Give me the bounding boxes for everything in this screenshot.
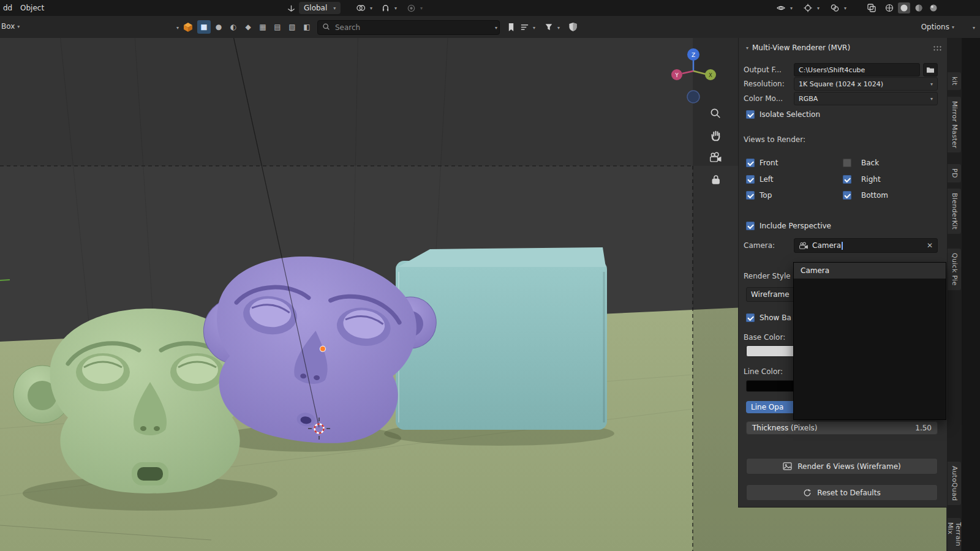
gizmo-y-label: Y bbox=[674, 72, 679, 78]
navigation-gizmo[interactable]: Z X Y bbox=[668, 47, 719, 104]
active-tool-dropdown[interactable]: Box▾ bbox=[1, 22, 20, 31]
visibility-chevron[interactable]: ▾ bbox=[790, 6, 793, 11]
pan-hand-icon[interactable] bbox=[708, 128, 723, 143]
toolbar-toggle-8[interactable]: ◧ bbox=[300, 20, 314, 34]
render-views-button[interactable]: Render 6 Views (Wireframe) bbox=[746, 458, 938, 474]
search-chevron[interactable]: ▾ bbox=[495, 25, 497, 31]
view-left-checkbox[interactable] bbox=[746, 175, 755, 184]
tab-pd[interactable]: PD bbox=[948, 164, 961, 182]
toolbar-toggle-3[interactable]: ◐ bbox=[227, 20, 240, 34]
color-mode-dropdown[interactable]: RGBA▾ bbox=[794, 92, 938, 105]
bookmark-icon[interactable] bbox=[506, 22, 516, 32]
resolution-dropdown[interactable]: 1K Square (1024 x 1024)▾ bbox=[794, 77, 938, 91]
filter-chevron[interactable]: ▾ bbox=[557, 25, 560, 31]
object-mode-cube-icon[interactable] bbox=[183, 21, 194, 32]
camera-dropdown-item[interactable]: Camera bbox=[794, 263, 946, 279]
overlays-icon[interactable] bbox=[829, 3, 840, 13]
shading-solid-icon[interactable] bbox=[898, 2, 910, 13]
visibility-eye-icon[interactable] bbox=[775, 3, 786, 13]
zoom-icon[interactable] bbox=[708, 106, 723, 121]
lock-icon[interactable] bbox=[708, 172, 723, 187]
xray-toggle-icon[interactable] bbox=[866, 3, 877, 13]
camera-picker-field[interactable]: Camera ✕ bbox=[794, 238, 938, 253]
render-image-icon bbox=[783, 462, 792, 470]
shading-material-icon[interactable] bbox=[913, 2, 925, 13]
tab-mirror-master[interactable]: Mirror Master bbox=[948, 97, 961, 152]
panel-grip-icon[interactable] bbox=[933, 45, 942, 51]
view-back-checkbox[interactable] bbox=[843, 159, 851, 167]
filter-funnel-icon[interactable] bbox=[544, 22, 554, 32]
panel-title: Multi-View Renderer (MVR) bbox=[752, 43, 850, 52]
views-heading: Views to Render: bbox=[744, 135, 805, 144]
folder-browse-icon[interactable] bbox=[923, 63, 938, 77]
line-color-label: Line Color: bbox=[744, 367, 783, 376]
show-backfaces-checkbox[interactable] bbox=[746, 313, 755, 322]
reset-defaults-button[interactable]: Reset to Defaults bbox=[746, 484, 938, 501]
snap-target-icon[interactable] bbox=[355, 3, 366, 13]
snap-target-chevron[interactable]: ▾ bbox=[370, 6, 372, 11]
options-dropdown[interactable]: Options▾ bbox=[921, 20, 954, 34]
search-input[interactable] bbox=[334, 23, 471, 32]
resolution-label: Resolution: bbox=[744, 80, 791, 88]
toolbar-toggle-7[interactable]: ▧ bbox=[285, 20, 299, 34]
tab-terrain-mix[interactable]: Terrain Mix bbox=[948, 518, 961, 551]
gizmo-minus-z-ball[interactable] bbox=[687, 91, 699, 103]
toolbar-toggle-1[interactable]: ■ bbox=[197, 20, 211, 34]
tool-header-bar: Box▾ ▾ ■ ● ◐ ◆ ▦ ▤ ▧ ◧ ▾ bbox=[0, 16, 980, 38]
overlays-chevron[interactable]: ▾ bbox=[844, 6, 846, 11]
orientation-icon bbox=[285, 3, 296, 13]
gizmo-z-label: Z bbox=[692, 52, 695, 58]
camera-dropdown-list: Camera bbox=[793, 262, 946, 420]
text-caret bbox=[842, 242, 843, 250]
thickness-slider[interactable]: Thickness (Pixels) 1.50 bbox=[746, 421, 938, 435]
snap-magnet-icon[interactable] bbox=[380, 3, 391, 13]
include-perspective-label: Include Perspective bbox=[760, 222, 831, 230]
gizmos-icon[interactable] bbox=[802, 3, 813, 13]
search-field[interactable] bbox=[317, 20, 500, 35]
toolbar-toggle-5[interactable]: ▦ bbox=[256, 20, 270, 34]
proportional-chevron[interactable]: ▾ bbox=[420, 6, 423, 11]
clear-x-icon[interactable]: ✕ bbox=[927, 241, 933, 250]
base-color-label: Base Color: bbox=[744, 333, 785, 342]
shading-rendered-icon[interactable] bbox=[927, 2, 940, 13]
isolate-label: Isolate Selection bbox=[760, 110, 820, 119]
sidebar-tab-strip: kit Mirror Master PD BlenderKit Quick Pi… bbox=[947, 38, 962, 551]
color-mode-label: Color Mo... bbox=[744, 94, 791, 103]
gizmo-x-label: X bbox=[709, 72, 712, 78]
view-top-label: Top bbox=[760, 191, 772, 200]
tab-quick-pie[interactable]: Quick Pie bbox=[948, 249, 961, 290]
gizmos-chevron[interactable]: ▾ bbox=[817, 6, 820, 11]
isolate-checkbox[interactable] bbox=[746, 110, 755, 119]
sort-chevron[interactable]: ▾ bbox=[533, 25, 535, 31]
orientation-dropdown[interactable]: Global▾ bbox=[299, 2, 341, 14]
camera-small-icon bbox=[799, 242, 809, 250]
view-right-checkbox[interactable] bbox=[843, 175, 851, 184]
toolbar-toggle-2[interactable]: ● bbox=[212, 20, 225, 34]
camera-view-icon[interactable] bbox=[708, 150, 723, 165]
object-origin-dot bbox=[320, 346, 326, 352]
toolbar-toggle-6[interactable]: ▤ bbox=[271, 20, 284, 34]
panel-header[interactable]: ▾ Multi-View Renderer (MVR) bbox=[739, 40, 947, 55]
reset-refresh-icon bbox=[803, 489, 812, 497]
snap-chevron[interactable]: ▾ bbox=[394, 6, 397, 11]
shading-wireframe-icon[interactable] bbox=[883, 2, 895, 13]
shield-filter-icon[interactable] bbox=[567, 21, 578, 32]
tab-autoquad[interactable]: AutoQuad bbox=[948, 462, 961, 505]
view-back-label: Back bbox=[861, 159, 879, 167]
view-bottom-checkbox[interactable] bbox=[843, 191, 851, 200]
y-axis-line bbox=[0, 280, 10, 280]
view-bottom-label: Bottom bbox=[861, 191, 888, 200]
menu-object[interactable]: Object bbox=[15, 0, 50, 16]
panel-collapse-icon[interactable]: ▾ bbox=[746, 45, 748, 51]
include-perspective-checkbox[interactable] bbox=[746, 222, 755, 230]
tab-blenderkit[interactable]: BlenderKit bbox=[948, 189, 961, 234]
proportional-edit-icon[interactable] bbox=[405, 3, 417, 13]
region-chevron[interactable]: ▾ bbox=[973, 25, 975, 31]
header-collapse-chevron[interactable]: ▾ bbox=[176, 25, 179, 31]
view-top-checkbox[interactable] bbox=[746, 191, 755, 200]
sort-list-icon[interactable] bbox=[519, 22, 529, 32]
output-path-field[interactable]: C:\Users\Shift4cube bbox=[794, 63, 920, 77]
toolbar-toggle-4[interactable]: ◆ bbox=[241, 20, 255, 34]
view-front-checkbox[interactable] bbox=[746, 159, 755, 167]
tab-blenderkit-partial[interactable]: kit bbox=[948, 72, 961, 90]
